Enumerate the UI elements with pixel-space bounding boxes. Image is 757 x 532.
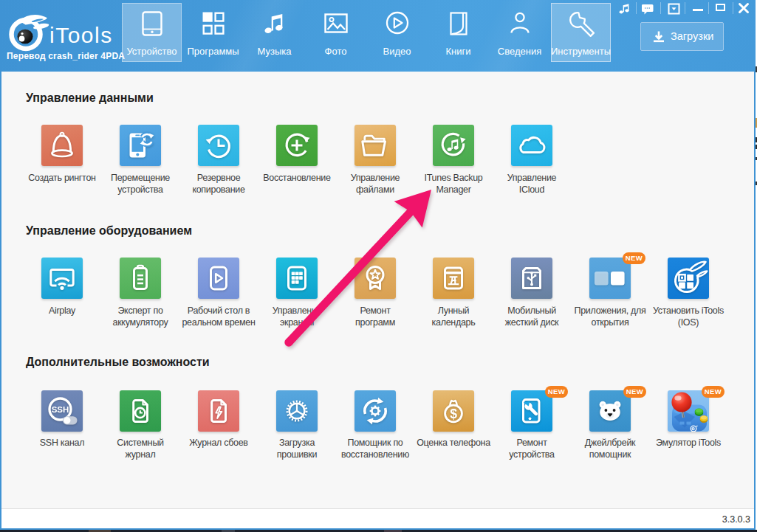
svg-text:SSH: SSH (52, 405, 69, 414)
svg-text:$: $ (450, 407, 457, 421)
svg-text:iTools: iTools (49, 23, 113, 47)
